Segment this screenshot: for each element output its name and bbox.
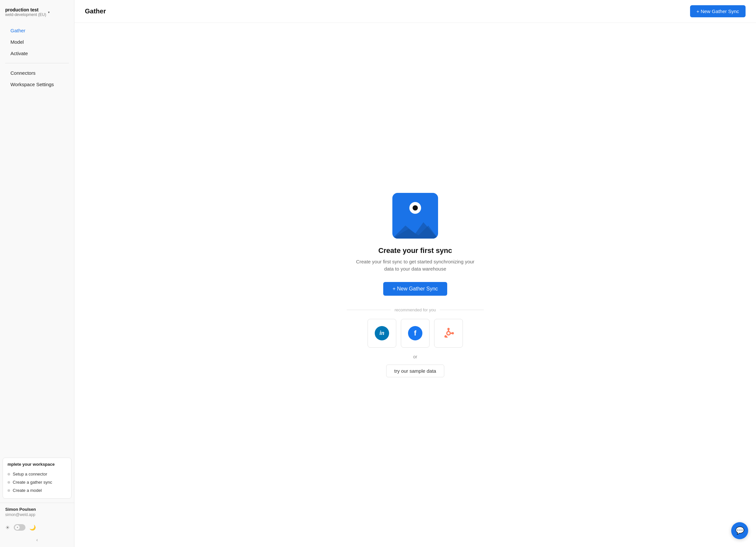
rec-line-left xyxy=(347,310,391,310)
mountains-svg xyxy=(392,219,438,239)
create-model-item[interactable]: Create a model xyxy=(8,486,67,494)
sidebar: production test weld-development (EU) ▾ … xyxy=(0,0,74,547)
chat-bubble-icon: 💬 xyxy=(735,526,744,535)
connector-icons-row: in f xyxy=(368,319,463,348)
main-content: Gather + New Gather Sync Create your fir… xyxy=(74,0,756,547)
complete-dot-icon xyxy=(8,481,10,484)
page-title: Gather xyxy=(85,8,106,15)
gather-circle-inner xyxy=(413,205,418,211)
hubspot-icon xyxy=(441,326,456,340)
sidebar-item-connectors[interactable]: Connectors xyxy=(5,67,69,79)
create-first-sync-desc: Create your first sync to get started sy… xyxy=(353,258,477,273)
sidebar-top: production test weld-development (EU) ▾ … xyxy=(0,0,74,93)
moon-icon[interactable]: 🌙 xyxy=(29,524,36,531)
gather-icon xyxy=(392,193,438,239)
workspace-selector[interactable]: production test weld-development (EU) ▾ xyxy=(5,6,69,22)
hubspot-connector[interactable] xyxy=(434,319,463,348)
svg-point-8 xyxy=(452,332,454,334)
chevron-down-icon: ▾ xyxy=(48,10,50,14)
create-first-sync-title: Create your first sync xyxy=(378,246,452,255)
workspace-sub: weld-development (EU) xyxy=(5,12,46,17)
facebook-connector[interactable]: f xyxy=(401,319,430,348)
complete-workspace-box: mplete your workspace Setup a connector … xyxy=(3,458,71,499)
theme-toggle[interactable]: ✕ xyxy=(14,524,25,531)
complete-workspace-title: mplete your workspace xyxy=(8,462,67,467)
workspace-info: production test weld-development (EU) xyxy=(5,7,46,17)
toggle-handle: ✕ xyxy=(15,525,20,530)
sidebar-item-activate[interactable]: Activate xyxy=(5,48,69,59)
complete-dot-icon xyxy=(8,489,10,492)
collapse-sidebar-button[interactable]: ‹ xyxy=(0,535,74,547)
facebook-icon: f xyxy=(408,326,422,340)
nav-divider xyxy=(5,63,69,63)
gather-circle-icon xyxy=(409,202,421,214)
create-gather-sync-item[interactable]: Create a gather sync xyxy=(8,478,67,486)
sidebar-item-workspace-settings[interactable]: Workspace Settings xyxy=(5,79,69,90)
user-name: Simon Poulsen xyxy=(5,507,69,512)
content-center: Create your first sync Create your first… xyxy=(74,23,756,547)
sidebar-item-gather[interactable]: Gather xyxy=(5,25,69,36)
user-email: simon@weld.app xyxy=(5,512,69,517)
secondary-nav: Connectors Workspace Settings xyxy=(5,65,69,93)
or-label: or xyxy=(413,354,417,359)
primary-nav: Gather Model Activate xyxy=(5,22,69,62)
user-section: Simon Poulsen simon@weld.app xyxy=(0,503,74,521)
rec-line-right xyxy=(440,310,484,310)
theme-bar: ☀ ✕ 🌙 xyxy=(0,521,74,535)
recommended-divider: recommended for you xyxy=(347,307,484,312)
svg-point-7 xyxy=(448,328,450,330)
setup-connector-item[interactable]: Setup a connector xyxy=(8,470,67,478)
chat-bubble-button[interactable]: 💬 xyxy=(731,522,748,539)
linkedin-icon: in xyxy=(375,326,389,340)
new-gather-sync-button-top[interactable]: + New Gather Sync xyxy=(690,5,746,17)
linkedin-connector[interactable]: in xyxy=(368,319,396,348)
topbar: Gather + New Gather Sync xyxy=(74,0,756,23)
svg-point-10 xyxy=(448,332,450,334)
sun-icon[interactable]: ☀ xyxy=(5,524,10,531)
new-gather-sync-button-center[interactable]: + New Gather Sync xyxy=(383,282,447,296)
workspace-name: production test xyxy=(5,7,46,12)
complete-dot-icon xyxy=(8,473,10,476)
sidebar-bottom: mplete your workspace Setup a connector … xyxy=(0,454,74,547)
svg-point-9 xyxy=(445,335,447,337)
sidebar-item-model[interactable]: Model xyxy=(5,36,69,48)
sample-data-button[interactable]: try our sample data xyxy=(386,365,444,377)
recommended-label: recommended for you xyxy=(395,307,436,312)
